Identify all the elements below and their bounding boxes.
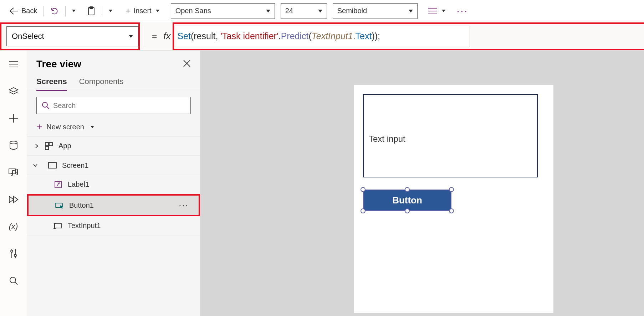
canvas-text-input[interactable]: Text input <box>363 94 538 177</box>
close-icon <box>183 59 191 67</box>
align-button[interactable] <box>425 4 448 18</box>
text-input-placeholder: Text input <box>369 134 405 144</box>
tree-item-label: Label1 <box>68 180 89 188</box>
plus-icon: + <box>36 121 42 133</box>
formula-bar: OnSelect = fx Set(result, 'Task identifi… <box>0 22 644 51</box>
search-input[interactable] <box>53 102 185 110</box>
new-screen-label: New screen <box>46 123 84 131</box>
undo-button[interactable] <box>47 4 62 18</box>
tree-search[interactable] <box>36 97 191 114</box>
app-icon <box>44 142 54 150</box>
svg-rect-11 <box>9 169 15 174</box>
svg-point-22 <box>42 102 47 107</box>
artboard-screen1[interactable]: Text input Button <box>354 85 553 313</box>
tree-item-label: TextInput1 <box>68 222 101 230</box>
tree-item-screen1[interactable]: Screen1 <box>27 156 200 175</box>
chevron-down-icon <box>266 10 270 12</box>
svg-point-12 <box>11 250 13 252</box>
ellipsis-icon: ··· <box>457 5 468 17</box>
tree-item-app[interactable]: App <box>27 136 200 156</box>
canvas[interactable]: Text input Button <box>200 51 644 316</box>
separator <box>102 6 102 16</box>
separator <box>44 6 44 16</box>
svg-line-23 <box>47 107 49 109</box>
tree-item-label: Button1 <box>69 201 94 209</box>
selection-handle[interactable] <box>361 187 366 192</box>
tools-icon <box>10 249 17 258</box>
chevron-down-icon <box>156 10 159 12</box>
selection-handle[interactable] <box>405 187 410 192</box>
tree-item-textinput1[interactable]: TextInput1 <box>27 216 200 235</box>
font-size-select[interactable]: 24 <box>281 3 327 19</box>
svg-point-10 <box>10 141 17 144</box>
tree-view-button[interactable] <box>6 84 21 98</box>
font-size-value: 24 <box>285 7 293 15</box>
svg-point-18 <box>10 277 16 283</box>
flows-rail-button[interactable] <box>6 192 21 207</box>
chevron-down-icon <box>129 35 133 38</box>
tree-item-button1[interactable]: Button1 ··· <box>29 196 199 215</box>
close-panel-button[interactable] <box>183 59 191 70</box>
svg-rect-24 <box>45 143 48 146</box>
back-label: Back <box>21 7 37 15</box>
top-toolbar: Back + Insert Open Sans 24 Semibold · <box>0 0 644 22</box>
align-icon <box>428 7 437 15</box>
more-button[interactable]: ··· <box>454 4 471 18</box>
formula-input-highlight: Set(result, 'Task identifier'.Predict(Te… <box>173 22 644 50</box>
label-icon <box>53 181 63 188</box>
undo-dropdown[interactable] <box>69 4 78 18</box>
font-weight-select[interactable]: Semibold <box>333 3 418 19</box>
chevron-down-icon <box>318 10 322 12</box>
main-area: (x) Tree view Screens Components + New s… <box>0 51 644 316</box>
tools-rail-button[interactable] <box>6 247 21 261</box>
svg-line-19 <box>15 282 17 285</box>
variables-rail-button[interactable]: (x) <box>6 219 21 234</box>
textinput-icon <box>53 223 63 229</box>
media-rail-button[interactable] <box>6 165 21 180</box>
paste-dropdown[interactable] <box>106 4 115 18</box>
button-icon <box>54 202 65 209</box>
tree-item-label: Screen1 <box>62 161 89 170</box>
selection-handle[interactable] <box>405 208 410 213</box>
clipboard-icon <box>87 6 96 16</box>
chevron-down-icon <box>109 10 112 12</box>
insert-rail-button[interactable] <box>6 111 21 125</box>
tree-item-label1[interactable]: Label1 <box>27 175 200 194</box>
font-family-select[interactable]: Open Sans <box>171 3 275 19</box>
insert-button[interactable]: + Insert <box>122 4 162 18</box>
paste-button[interactable] <box>84 4 98 18</box>
tree-item-more-button[interactable]: ··· <box>179 200 189 211</box>
flows-icon <box>9 196 19 203</box>
caret-right-icon <box>34 144 39 149</box>
new-screen-button[interactable]: + New screen <box>27 118 200 136</box>
data-rail-button[interactable] <box>6 138 21 152</box>
search-rail-button[interactable] <box>6 274 21 288</box>
chevron-down-icon <box>409 10 413 12</box>
insert-label: Insert <box>134 7 152 15</box>
svg-rect-26 <box>45 146 48 150</box>
property-selector[interactable]: OnSelect <box>6 26 138 46</box>
variable-icon: (x) <box>9 222 18 231</box>
canvas-button-label: Button <box>392 195 422 206</box>
search-icon <box>9 276 18 285</box>
selection-handle[interactable] <box>449 187 454 192</box>
layers-icon <box>9 87 19 95</box>
selection-handle[interactable] <box>361 208 366 213</box>
tab-screens[interactable]: Screens <box>36 77 67 91</box>
formula-input[interactable]: Set(result, 'Task identifier'.Predict(Te… <box>174 26 470 47</box>
caret-down-icon <box>33 164 38 167</box>
separator <box>65 6 66 16</box>
tree-item-button1-highlight: Button1 ··· <box>27 194 200 216</box>
back-button[interactable]: Back <box>6 4 40 18</box>
search-icon <box>42 102 50 109</box>
tree-item-label: App <box>58 142 71 150</box>
left-rail: (x) <box>0 51 27 316</box>
canvas-button[interactable]: Button <box>363 190 451 211</box>
svg-rect-27 <box>48 162 56 168</box>
property-value: OnSelect <box>12 32 44 41</box>
hamburger-button[interactable] <box>6 57 21 71</box>
selection-handle[interactable] <box>449 208 454 213</box>
plus-icon: + <box>125 5 131 16</box>
tab-components[interactable]: Components <box>79 77 124 91</box>
fx-label: fx <box>163 31 170 42</box>
